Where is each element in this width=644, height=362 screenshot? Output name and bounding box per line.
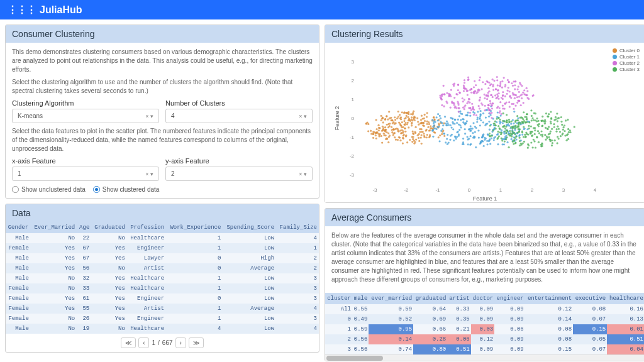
svg-point-229: [378, 135, 380, 137]
svg-point-259: [394, 136, 396, 138]
svg-point-135: [403, 120, 405, 122]
svg-point-1046: [537, 124, 539, 126]
svg-point-742: [469, 89, 471, 91]
table-row: FemaleYes55YesArtist1Average4: [6, 304, 319, 314]
col-header: male: [352, 293, 369, 304]
svg-point-112: [416, 117, 418, 119]
svg-point-665: [459, 92, 461, 94]
svg-point-214: [441, 133, 443, 135]
svg-point-467: [439, 115, 441, 117]
svg-point-1040: [531, 118, 533, 119]
svg-point-839: [514, 120, 516, 122]
svg-point-534: [481, 136, 483, 138]
svg-point-340: [488, 116, 490, 118]
svg-point-667: [520, 104, 522, 106]
svg-point-493: [480, 110, 482, 112]
svg-point-381: [476, 121, 478, 123]
svg-point-316: [483, 145, 485, 147]
svg-point-98: [399, 114, 401, 116]
svg-point-380: [452, 128, 454, 130]
svg-point-977: [530, 133, 531, 134]
svg-point-967: [547, 128, 549, 130]
svg-point-37: [426, 112, 428, 114]
svg-point-449: [482, 112, 484, 114]
table-row: All0.550.590.640.330.090.090.120.080.16: [325, 304, 644, 314]
svg-point-83: [391, 131, 393, 133]
svg-point-453: [467, 112, 469, 114]
svg-point-689: [467, 79, 469, 81]
brand: JuliaHub: [40, 4, 82, 16]
svg-point-795: [457, 84, 459, 85]
svg-point-175: [423, 122, 425, 124]
svg-point-935: [530, 125, 532, 127]
data-title: Data: [6, 204, 319, 222]
svg-point-1037: [509, 134, 511, 136]
svg-point-196: [386, 115, 387, 117]
svg-point-707: [497, 84, 499, 86]
svg-point-574: [474, 80, 475, 82]
radio-unclustered[interactable]: Show unclustered data: [12, 186, 86, 193]
svg-point-527: [440, 130, 442, 132]
algo-select[interactable]: K-means × ▾: [12, 109, 159, 123]
svg-point-955: [538, 132, 540, 134]
svg-point-925: [558, 138, 560, 140]
svg-point-630: [508, 87, 509, 89]
svg-point-131: [408, 126, 409, 128]
data-table: GenderEver_MarriedAgeGraduatedProfession…: [6, 222, 319, 334]
svg-point-1020: [506, 119, 508, 121]
svg-point-987: [544, 121, 546, 123]
svg-point-401: [458, 129, 460, 131]
svg-point-776: [504, 84, 506, 86]
yfeat-select[interactable]: 2 × ▾: [165, 167, 313, 181]
svg-point-32: [380, 119, 382, 121]
svg-point-789: [473, 109, 475, 111]
svg-point-1006: [497, 125, 499, 127]
svg-text:1: 1: [499, 187, 502, 193]
svg-point-562: [518, 85, 519, 87]
svg-point-766: [508, 101, 510, 103]
table-row: MaleNo19NoHealthcare4Low4: [6, 324, 319, 334]
svg-point-60: [399, 140, 401, 141]
svg-point-159: [387, 132, 389, 134]
results-title: Clustering Results: [325, 25, 644, 43]
avg-desc: Below are the features of the average co…: [331, 231, 638, 284]
svg-point-924: [524, 134, 526, 136]
svg-point-670: [492, 102, 494, 104]
svg-point-1009: [513, 140, 515, 141]
svg-point-863: [528, 121, 530, 123]
xfeat-select[interactable]: 1 × ▾: [12, 167, 159, 181]
pager-prev-button[interactable]: ‹: [138, 337, 149, 348]
svg-point-1003: [560, 121, 562, 123]
svg-point-366: [521, 134, 523, 136]
svg-point-1005: [504, 130, 506, 132]
radio-clustered[interactable]: Show clustered data: [93, 186, 160, 193]
svg-point-582: [526, 90, 528, 92]
pager-last-button[interactable]: ≫: [189, 337, 204, 348]
svg-point-178: [387, 119, 389, 121]
svg-point-606: [467, 76, 469, 78]
svg-point-978: [495, 128, 497, 129]
svg-point-692: [490, 94, 492, 96]
svg-point-515: [502, 122, 504, 124]
svg-point-446: [491, 137, 492, 139]
clustering-title: Consumer Clustering: [6, 25, 319, 43]
svg-point-275: [404, 122, 406, 124]
pager-first-button[interactable]: ≪: [121, 337, 136, 348]
svg-point-737: [501, 87, 503, 89]
svg-point-765: [452, 84, 454, 85]
svg-point-722: [484, 105, 486, 107]
svg-point-860: [535, 146, 536, 148]
svg-point-591: [496, 79, 498, 81]
pager-next-button[interactable]: ›: [175, 337, 186, 348]
col-header: Family_Size: [276, 222, 319, 233]
svg-point-646: [501, 97, 502, 99]
nclusters-select[interactable]: 4 × ▾: [165, 109, 313, 123]
avg-scrollbar[interactable]: [325, 354, 644, 361]
svg-point-46: [414, 132, 416, 134]
scatter-chart[interactable]: -3-2-101234-3-2-10123Feature 1Feature 2 …: [325, 43, 644, 202]
svg-point-841: [557, 136, 558, 138]
svg-point-794: [457, 102, 459, 104]
svg-point-889: [553, 126, 555, 128]
svg-point-616: [516, 96, 518, 98]
svg-point-368: [458, 124, 460, 126]
